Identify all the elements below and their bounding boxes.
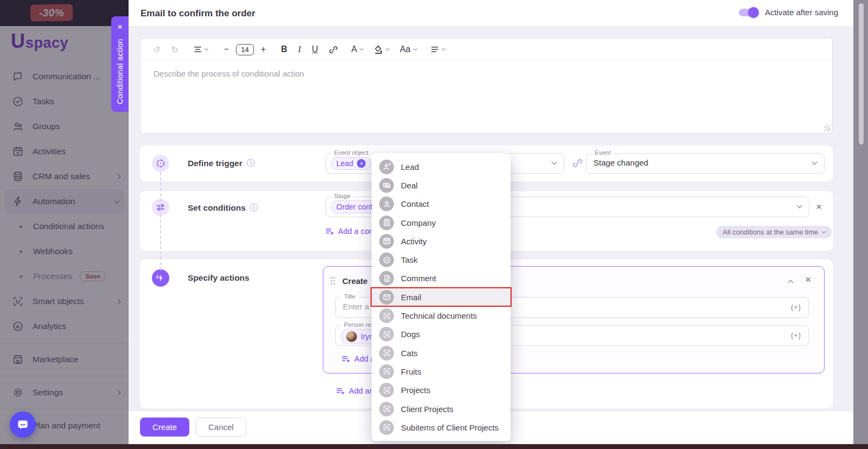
- chat-bubble-icon: [16, 418, 30, 432]
- dropdown-item-label: Projects: [401, 385, 430, 395]
- envelope-icon: [379, 290, 394, 305]
- toggle-label: Activate after saving: [765, 8, 838, 17]
- drag-handle-icon[interactable]: [330, 276, 336, 286]
- smart-object-icon: [379, 346, 394, 361]
- dropdown-item-client-projects[interactable]: Client Projects: [372, 400, 510, 418]
- highlight-color-button[interactable]: [370, 43, 393, 56]
- font-size-value[interactable]: 14: [236, 44, 253, 55]
- dropdown-item-label: Dogs: [401, 330, 420, 339]
- remove-action-icon[interactable]: ×: [805, 274, 811, 284]
- scrollbar-thumb[interactable]: [859, 3, 864, 144]
- dropdown-item-label: Contact: [401, 199, 429, 208]
- close-icon[interactable]: ×: [117, 22, 123, 31]
- dropdown-item-label: Technical documents: [401, 311, 477, 320]
- calendar-icon: [379, 234, 394, 249]
- italic-button[interactable]: I: [295, 42, 305, 56]
- info-icon[interactable]: ⓘ: [247, 158, 255, 168]
- check-circle-icon: [379, 252, 394, 267]
- dropdown-item-email[interactable]: Email: [372, 288, 510, 306]
- chevron-down-icon: [822, 229, 826, 233]
- insert-token-button[interactable]: {+}: [791, 331, 801, 339]
- smart-object-icon: [379, 383, 394, 397]
- actions-step-icon: [152, 269, 169, 287]
- chat-launcher-button[interactable]: [10, 412, 36, 438]
- chevron-down-icon: [552, 160, 557, 165]
- chevron-down-icon: [812, 160, 818, 165]
- cancel-button[interactable]: Cancel: [196, 418, 246, 437]
- text-case-button[interactable]: Aa: [396, 42, 420, 56]
- undo-button[interactable]: ↺: [149, 42, 164, 57]
- chevron-down-icon: [442, 47, 445, 50]
- link-button[interactable]: [325, 43, 342, 56]
- field-label: Stage: [331, 193, 353, 199]
- person-plus-icon: [379, 160, 394, 174]
- create-button[interactable]: Create: [140, 418, 189, 437]
- editor-placeholder: Describe the process of conditional acti…: [154, 69, 304, 78]
- tab-label: Conditional action: [116, 37, 124, 104]
- avatar: [346, 331, 357, 342]
- dropdown-item-deal[interactable]: Deal: [372, 176, 510, 194]
- action-panel-title: Create: [342, 276, 368, 286]
- file-icon: [379, 271, 394, 286]
- dropdown-item-lead[interactable]: Lead: [372, 157, 510, 176]
- dropdown-item-projects[interactable]: Projects: [372, 381, 510, 400]
- dropdown-item-dogs[interactable]: Dogs: [372, 325, 510, 344]
- dropdown-item-fruits[interactable]: Fruits: [372, 362, 510, 381]
- smart-object-icon: [379, 308, 394, 323]
- field-label: Title: [341, 293, 358, 300]
- resize-handle-icon[interactable]: [824, 125, 831, 131]
- dropdown-item-technical-documents[interactable]: Technical documents: [372, 306, 510, 325]
- dropdown-item-label: Lead: [401, 162, 419, 172]
- field-value: Stage changed: [593, 158, 648, 167]
- conditions-match-pill[interactable]: All conditions at the same time: [716, 226, 832, 238]
- pill-label: All conditions at the same time: [723, 228, 818, 236]
- description-editor[interactable]: ↺ ↻ − 14 + B I U A Aa Describe the proce…: [140, 38, 833, 134]
- link-icon: [572, 158, 583, 170]
- remove-condition-icon[interactable]: ×: [816, 201, 822, 212]
- dropdown-item-label: Company: [401, 218, 436, 227]
- dropdown-item-cats[interactable]: Cats: [372, 344, 510, 362]
- modal-header: Email to confirm the order Activate afte…: [129, 0, 853, 27]
- event-select[interactable]: Event Stage changed: [586, 153, 825, 174]
- align-button[interactable]: [427, 43, 449, 55]
- conditional-action-tab[interactable]: × Conditional action: [111, 16, 129, 112]
- bold-button[interactable]: B: [277, 42, 291, 56]
- smart-object-icon: [379, 420, 394, 435]
- dropdown-item-label: Task: [401, 255, 418, 264]
- deal-icon: [379, 178, 394, 193]
- line-spacing-button[interactable]: [190, 43, 212, 55]
- dropdown-item-contact[interactable]: Contact: [372, 195, 510, 213]
- chip-remove-icon[interactable]: ×: [357, 159, 366, 168]
- chevron-down-icon: [413, 47, 417, 50]
- chevron-down-icon: [205, 47, 208, 50]
- smart-object-icon: [379, 364, 394, 379]
- smart-object-icon: [379, 402, 394, 416]
- dropdown-item-task[interactable]: Task: [372, 250, 510, 269]
- chevron-down-icon: [386, 47, 390, 50]
- person-icon: [379, 197, 394, 211]
- font-color-button[interactable]: A: [347, 42, 367, 56]
- collapse-icon[interactable]: [788, 280, 794, 286]
- activate-toggle[interactable]: [739, 9, 757, 16]
- building-icon: [379, 216, 394, 230]
- event-object-dropdown: Lead Deal Contact Company Activity Task …: [372, 153, 510, 441]
- info-icon[interactable]: ⓘ: [250, 203, 258, 213]
- dropdown-item-label: Email: [401, 293, 422, 302]
- page-scrollbar-area[interactable]: [853, 0, 868, 444]
- step-connector: [160, 172, 161, 270]
- redo-button[interactable]: ↻: [167, 42, 182, 57]
- underline-button[interactable]: U: [308, 42, 322, 56]
- lead-chip[interactable]: Lead×: [331, 157, 371, 170]
- dropdown-item-activity[interactable]: Activity: [372, 232, 510, 250]
- dropdown-item-label: Activity: [401, 237, 427, 246]
- dropdown-item-company[interactable]: Company: [372, 213, 510, 232]
- insert-token-button[interactable]: {+}: [791, 303, 801, 311]
- trigger-step-label: Define triggerⓘ: [188, 158, 255, 168]
- chevron-down-icon: [360, 47, 363, 50]
- font-size-decrease-button[interactable]: −: [220, 42, 233, 56]
- smart-object-icon: [379, 327, 394, 342]
- dropdown-item-subitems-client-projects[interactable]: Subitems of Client Projects: [372, 418, 510, 437]
- font-size-increase-button[interactable]: +: [257, 42, 270, 56]
- dropdown-item-comment[interactable]: Comment: [372, 269, 510, 288]
- field-label: Event object: [331, 149, 371, 156]
